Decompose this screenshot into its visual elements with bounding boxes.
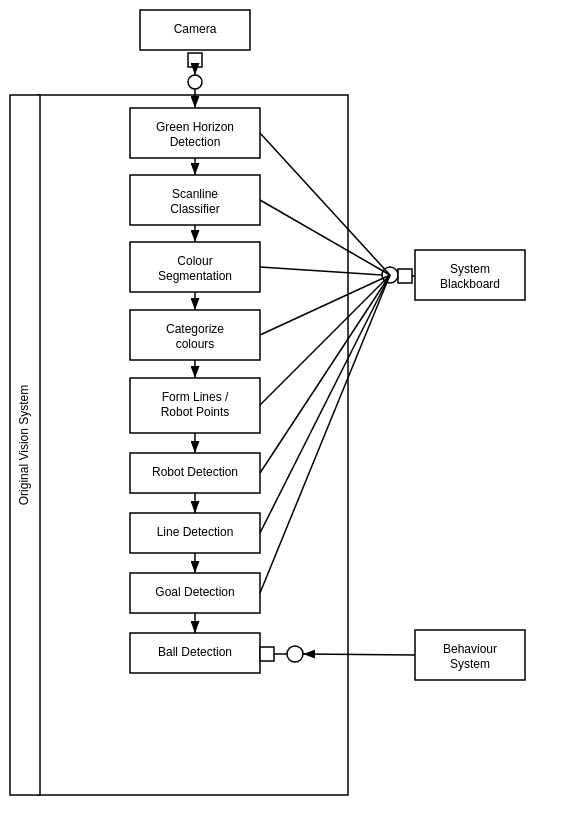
camera-interface <box>188 75 202 89</box>
ball-interface <box>287 646 303 662</box>
ball-detect-label: Ball Detection <box>158 645 232 659</box>
sidebar-label: Original Vision System <box>17 385 31 506</box>
diagram-container: Original Vision System Camera Green Hori… <box>0 0 570 824</box>
green-horizon-label: Green Horizon <box>156 120 234 134</box>
scanline-label2: Classifier <box>170 202 219 216</box>
goal-detect-label: Goal Detection <box>155 585 234 599</box>
behaviour-label: Behaviour <box>443 642 497 656</box>
form-lines-label2: Robot Points <box>161 405 230 419</box>
camera-port <box>188 53 202 67</box>
green-horizon-label2: Detection <box>170 135 221 149</box>
blackboard-port <box>398 269 412 283</box>
blackboard-label2: Blackboard <box>440 277 500 291</box>
robot-detect-label: Robot Detection <box>152 465 238 479</box>
categorize-label: Categorize <box>166 322 224 336</box>
form-lines-label: Form Lines / <box>162 390 229 404</box>
behaviour-label2: System <box>450 657 490 671</box>
blackboard-label: System <box>450 262 490 276</box>
behaviour-to-ball <box>303 654 415 655</box>
camera-label: Camera <box>174 22 217 36</box>
colour-seg-label: Colour <box>177 254 212 268</box>
categorize-label2: colours <box>176 337 215 351</box>
line-detect-label: Line Detection <box>157 525 234 539</box>
ball-port <box>260 647 274 661</box>
colour-seg-label2: Segmentation <box>158 269 232 283</box>
scanline-label: Scanline <box>172 187 218 201</box>
